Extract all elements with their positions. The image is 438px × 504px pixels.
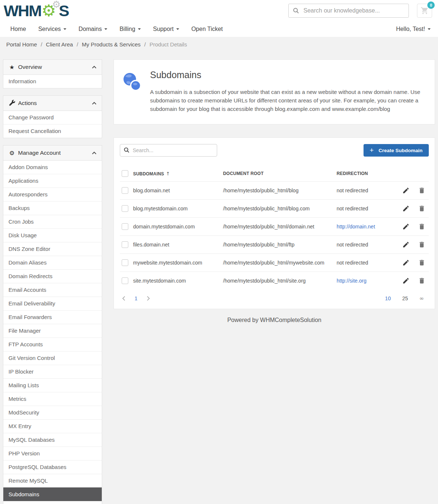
breadcrumb-client-area[interactable]: Client Area	[46, 41, 73, 48]
manage-account-panel-header[interactable]: ⚙ Manage Account	[3, 146, 102, 161]
trash-icon	[418, 241, 425, 248]
nav-open-ticket[interactable]: Open Ticket	[191, 26, 223, 32]
sidebar-item-email-accounts[interactable]: Email Accounts	[3, 283, 102, 297]
cart-button[interactable]: 0	[417, 4, 432, 18]
whmcs-logo[interactable]: WHM ⚙ ⚙ S	[4, 1, 69, 20]
sidebar-item-autoresponders[interactable]: Autoresponders	[3, 188, 102, 201]
panel-title: Overview	[18, 64, 42, 70]
table-toolbar: + Create Subdomain	[120, 144, 429, 157]
sidebar-item-metrics[interactable]: Metrics	[3, 392, 102, 406]
sidebar-item-email-deliverability[interactable]: Email Deliverability	[3, 297, 102, 310]
create-subdomain-button[interactable]: + Create Subdomain	[364, 144, 429, 157]
sidebar-item-mailing-lists[interactable]: Mailing Lists	[3, 378, 102, 392]
select-all-checkbox[interactable]	[122, 170, 128, 177]
sidebar-item-file-manager[interactable]: File Manager	[3, 324, 102, 337]
sidebar-item-mysql-databases[interactable]: MySQL Databases	[3, 433, 102, 447]
edit-button[interactable]	[402, 241, 410, 248]
table-search	[120, 144, 217, 157]
sidebar-item-request-cancellation[interactable]: Request Cancellation	[3, 124, 102, 138]
next-page-button[interactable]	[147, 296, 150, 301]
sidebar-item-ssl-tls-management[interactable]: SSL/TLS Management	[3, 501, 102, 504]
sidebar-item-applications[interactable]: Applications	[3, 174, 102, 188]
sidebar-item-ftp-accounts[interactable]: FTP Accounts	[3, 337, 102, 351]
row-actions	[398, 241, 429, 248]
redirection-cell: not redirected	[337, 188, 398, 193]
edit-button[interactable]	[402, 277, 410, 284]
sidebar-item-postgresql-databases[interactable]: PostgreSQL Databases	[3, 460, 102, 474]
page-size-10[interactable]: 10	[385, 295, 391, 301]
chevron-up-icon[interactable]	[92, 150, 97, 156]
page-size-all[interactable]: ∞	[420, 295, 424, 302]
subdomain-cell: mywebsite.mytestdomain.com	[133, 260, 223, 266]
sidebar-item-git-version-control[interactable]: Git Version Control	[3, 351, 102, 365]
knowledgebase-search-input[interactable]	[288, 4, 409, 18]
nav-support[interactable]: Support	[153, 26, 179, 32]
chevron-up-icon[interactable]	[92, 64, 97, 70]
globe-icon	[122, 72, 143, 92]
delete-button[interactable]	[418, 223, 425, 230]
redirection-link[interactable]: http://domain.net	[337, 224, 398, 230]
previous-page-button[interactable]	[122, 296, 125, 301]
current-page[interactable]: 1	[135, 295, 138, 301]
sidebar-item-remote-mysql[interactable]: Remote MySQL	[3, 474, 102, 487]
delete-button[interactable]	[418, 277, 425, 284]
page-size-25[interactable]: 25	[402, 295, 408, 301]
row-checkbox[interactable]	[122, 241, 128, 248]
sidebar-item-email-forwarders[interactable]: Email Forwarders	[3, 310, 102, 324]
sidebar-item-information[interactable]: Information	[3, 75, 102, 88]
page-header-card: Subdomains A subdomain is a subsection o…	[114, 59, 435, 125]
row-checkbox[interactable]	[122, 187, 128, 194]
sidebar-item-mx-entry[interactable]: MX Entry	[3, 419, 102, 433]
sidebar-item-modsecurity[interactable]: ModSecurity	[3, 406, 102, 419]
row-checkbox[interactable]	[122, 259, 128, 266]
top-bar-row-1: WHM ⚙ ⚙ S 0	[0, 0, 438, 21]
caret-down-icon	[63, 28, 66, 30]
table-search-input[interactable]	[120, 144, 217, 157]
row-checkbox[interactable]	[122, 223, 128, 230]
breadcrumb-portal-home[interactable]: Portal Home	[6, 41, 37, 48]
nav-services[interactable]: Services	[38, 26, 66, 32]
nav-domains[interactable]: Domains	[79, 26, 107, 32]
top-bar: WHM ⚙ ⚙ S 0 Home Services Domains Billin…	[0, 0, 438, 37]
edit-button[interactable]	[402, 223, 410, 230]
nav-billing[interactable]: Billing	[119, 26, 141, 32]
sidebar-item-php-version[interactable]: PHP Version	[3, 447, 102, 460]
column-header-document-root[interactable]: DOCUMENT ROOT	[223, 171, 337, 176]
sidebar-item-domain-aliases[interactable]: Domain Aliases	[3, 256, 102, 269]
caret-down-icon	[104, 28, 107, 30]
breadcrumb-my-products-services[interactable]: My Products & Services	[82, 41, 140, 48]
actions-panel-header[interactable]: Actions	[3, 96, 102, 111]
sidebar-item-subdomains[interactable]: Subdomains	[3, 487, 102, 501]
page-title: Subdomains	[150, 70, 424, 80]
redirection-link[interactable]: http://site.org	[337, 278, 398, 284]
delete-button[interactable]	[418, 259, 425, 266]
sidebar-item-backups[interactable]: Backups	[3, 201, 102, 215]
delete-button[interactable]	[418, 241, 425, 248]
table-row: domain.mytestdomain.com /home/mytestdo/p…	[120, 217, 429, 235]
row-checkbox[interactable]	[122, 277, 128, 284]
page-size-options: 10 25 ∞	[385, 295, 424, 302]
column-header-subdomains[interactable]: SUBDOMAINS↑	[133, 171, 223, 176]
overview-panel-header[interactable]: ★ Overview	[3, 60, 102, 75]
edit-button[interactable]	[402, 205, 410, 212]
column-header-redirection[interactable]: REDIRECTION	[337, 171, 398, 176]
nav-support-label: Support	[153, 26, 174, 32]
chevron-up-icon[interactable]	[92, 100, 97, 106]
sidebar-item-domain-redirects[interactable]: Domain Redirects	[3, 269, 102, 283]
sidebar-item-disk-usage[interactable]: Disk Usage	[3, 228, 102, 242]
row-actions	[398, 187, 429, 194]
sidebar-item-change-password[interactable]: Change Password	[3, 111, 102, 124]
edit-button[interactable]	[402, 259, 410, 266]
sidebar-item-addon-domains[interactable]: Addon Domains	[3, 161, 102, 174]
edit-button[interactable]	[402, 187, 410, 194]
row-checkbox[interactable]	[122, 205, 128, 212]
sidebar-item-ip-blocker[interactable]: IP Blocker	[3, 365, 102, 378]
pagination-pages: 1	[122, 295, 150, 301]
nav-home[interactable]: Home	[10, 26, 26, 32]
account-menu-label: Hello, Test!	[396, 26, 425, 32]
delete-button[interactable]	[418, 205, 425, 212]
delete-button[interactable]	[418, 187, 425, 194]
sidebar-item-cron-jobs[interactable]: Cron Jobs	[3, 215, 102, 228]
account-menu[interactable]: Hello, Test!	[396, 26, 431, 32]
sidebar-item-dns-zone-editor[interactable]: DNS Zone Editor	[3, 242, 102, 256]
